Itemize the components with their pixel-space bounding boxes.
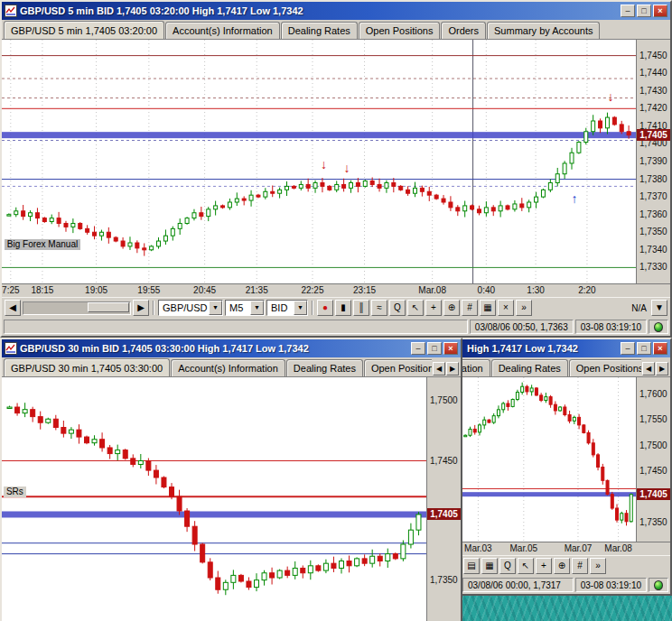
price-axis-label: 1,7420 xyxy=(639,103,667,113)
candlestick-plot-daily[interactable] xyxy=(461,377,636,542)
price-axis-label: 1,7390 xyxy=(639,156,667,166)
candlestick-plot-5min[interactable]: ↓↓↓↑Big Forex Manual xyxy=(2,40,636,283)
remove-drawing-icon-button[interactable]: × xyxy=(498,300,514,316)
close-button[interactable]: × xyxy=(653,342,667,355)
connection-led-icon xyxy=(654,322,663,332)
grid-toggle-icon-button[interactable]: # xyxy=(572,558,588,574)
chart-window-gbpusd-daily: High 1,7417 Low 1,7342 – □ × Account(s) … xyxy=(459,338,672,596)
time-axis[interactable]: 7:2518:1519:0519:5520:4521:3522:2523:15M… xyxy=(2,283,670,297)
crosshair-tool-icon-button[interactable]: + xyxy=(425,300,442,316)
window-buttons: – □ × xyxy=(621,342,667,355)
price-type-select[interactable]: BID ▼ xyxy=(266,300,308,316)
price-axis-label: 1,7350 xyxy=(639,517,667,527)
price-axis[interactable]: 1,75001,74501,73501,7405 xyxy=(426,377,461,621)
bar-view-icon-button[interactable]: ║ xyxy=(353,300,369,316)
tool-icon-group: ●▮║≈Q↖+⊕#▦×» xyxy=(317,300,532,316)
price-axis-label: 1,7500 xyxy=(430,395,458,405)
chart-window-icon xyxy=(5,342,17,355)
window-title: High 1,7417 Low 1,7342 xyxy=(463,343,618,354)
tile-layout-icon-button[interactable]: ▤ xyxy=(463,558,480,574)
connection-led-icon xyxy=(654,580,663,590)
time-axis-label: 22:25 xyxy=(301,285,323,295)
close-button[interactable]: × xyxy=(653,5,667,17)
sell-arrow-marker: ↓ xyxy=(343,162,350,174)
minimize-button[interactable]: – xyxy=(411,342,425,355)
zoom-box-icon-button[interactable]: Q xyxy=(499,558,516,574)
price-axis[interactable]: 1,76001,75501,75001,74501,73501,7405 xyxy=(636,377,670,542)
tab-open-positions[interactable]: Open Positions xyxy=(359,22,441,39)
time-axis-label: 21:35 xyxy=(246,285,268,295)
grid-toggle-icon-button[interactable]: # xyxy=(462,300,478,316)
current-price-tag: 1,7405 xyxy=(427,508,461,520)
tab-scroll-left-button[interactable]: ◀ xyxy=(642,362,655,375)
chart-area-daily: 1,76001,75501,75001,74501,73501,7405 Mar… xyxy=(461,377,670,555)
more-tools-icon-button[interactable]: » xyxy=(516,300,532,316)
time-axis[interactable]: Mar.03Mar.05Mar.07Mar.08 xyxy=(461,542,670,555)
tab-gbp-usd-30-min-1-7405-03-30-00[interactable]: GBP/USD 30 min 1,7405 03:30:00 xyxy=(4,358,170,376)
time-axis-label: 19:05 xyxy=(85,285,107,295)
na-indicator: N/A xyxy=(629,303,649,313)
tab-strip: Account(s) InformationDealing RatesOpen … xyxy=(462,359,641,376)
window-title: GBP/USD 5 min BID 1,7405 03:20:00 High 1… xyxy=(20,5,618,16)
scroll-left-button[interactable]: ◀ xyxy=(5,300,21,316)
tab-account-s-information[interactable]: Account(s) Information xyxy=(171,359,285,376)
tab-open-positions[interactable]: Open Positions xyxy=(364,359,432,376)
candlestick-view-icon-button[interactable]: ▮ xyxy=(335,300,351,316)
line-view-icon-button[interactable]: ≈ xyxy=(371,300,387,316)
pointer-tool-icon-button[interactable]: ↖ xyxy=(407,300,424,316)
status-clock: 03-08 03:19:10 xyxy=(575,320,647,334)
current-price-tag: 1,7405 xyxy=(637,129,670,141)
tick-chart-icon-button[interactable]: ● xyxy=(317,300,333,316)
time-axis-label: Mar.08 xyxy=(604,543,632,553)
tab-row: GBP/USD 5 min 1,7405 03:20:00Account(s) … xyxy=(2,20,670,40)
tab-account-s-information[interactable]: Account(s) Information xyxy=(165,22,280,39)
tab-open-positions[interactable]: Open Positions xyxy=(569,359,641,376)
maximize-button[interactable]: □ xyxy=(637,5,651,17)
pointer-tool-icon-button[interactable]: ↖ xyxy=(518,558,534,574)
grid-layout-icon-button[interactable]: ▦ xyxy=(481,558,498,574)
symbol-value: GBP/USD xyxy=(163,302,208,313)
maximize-button[interactable]: □ xyxy=(427,342,442,355)
tab-summary-by-accounts[interactable]: Summary by Accounts xyxy=(487,22,600,39)
symbol-select[interactable]: GBP/USD ▼ xyxy=(158,300,223,316)
window-title-bar[interactable]: High 1,7417 Low 1,7342 – □ × xyxy=(461,339,670,357)
chevron-down-icon[interactable]: ▼ xyxy=(209,301,222,315)
candlestick-plot-30min[interactable]: SRs xyxy=(2,377,426,621)
time-axis-label: 7:25 xyxy=(2,285,19,295)
window-title-bar[interactable]: GBP/USD 5 min BID 1,7405 03:20:00 High 1… xyxy=(2,2,670,20)
close-button[interactable]: × xyxy=(443,342,458,355)
tab-orders[interactable]: Orders xyxy=(441,22,486,39)
tab-scroll-right-button[interactable]: ▶ xyxy=(446,362,459,375)
time-axis-label: 1:30 xyxy=(527,285,544,295)
indicator-dialog-icon-button[interactable]: ▦ xyxy=(480,300,496,316)
minimize-button[interactable]: – xyxy=(621,342,635,355)
chevron-down-icon[interactable]: ▼ xyxy=(294,301,307,315)
price-axis[interactable]: 1,74501,74401,74301,74201,74101,74001,73… xyxy=(636,40,670,283)
scrollbar-thumb[interactable] xyxy=(88,302,129,312)
price-axis-label: 1,7450 xyxy=(639,466,667,476)
more-tools-icon-button[interactable]: » xyxy=(590,558,606,574)
scroll-right-button[interactable]: ▶ xyxy=(133,300,149,316)
tab-scroll-left-button[interactable]: ◀ xyxy=(433,362,445,375)
tab-dealing-rates[interactable]: Dealing Rates xyxy=(281,22,358,39)
status-message xyxy=(4,320,468,334)
chevron-down-icon[interactable]: ▼ xyxy=(250,301,264,315)
window-title-bar[interactable]: GBP/USD 30 min BID 1,7405 03:30:00 High … xyxy=(2,339,461,357)
zoom-in-icon-button[interactable]: ⊕ xyxy=(443,300,460,316)
tab-account-s-information[interactable]: Account(s) Information xyxy=(462,359,490,376)
crosshair-tool-icon-button[interactable]: + xyxy=(536,558,552,574)
price-axis-label: 1,7330 xyxy=(639,262,667,272)
minimize-button[interactable]: – xyxy=(621,5,635,17)
time-axis-label: Mar.03 xyxy=(464,543,492,553)
tab-dealing-rates[interactable]: Dealing Rates xyxy=(491,359,568,376)
tab-dealing-rates[interactable]: Dealing Rates xyxy=(286,359,363,376)
chart-menu-button[interactable]: ▼ xyxy=(651,300,667,316)
chart-scrollbar[interactable] xyxy=(23,301,131,315)
zoom-box-icon-button[interactable]: Q xyxy=(389,300,406,316)
zoom-in-icon-button[interactable]: ⊕ xyxy=(554,558,570,574)
maximize-button[interactable]: □ xyxy=(637,342,651,355)
period-select[interactable]: M5 ▼ xyxy=(225,300,265,316)
tab-gbp-usd-5-min-1-7405-03-20-00[interactable]: GBP/USD 5 min 1,7405 03:20:00 xyxy=(4,21,164,39)
tab-scroll-right-button[interactable]: ▶ xyxy=(656,362,668,375)
window-buttons: – □ × xyxy=(411,342,458,355)
